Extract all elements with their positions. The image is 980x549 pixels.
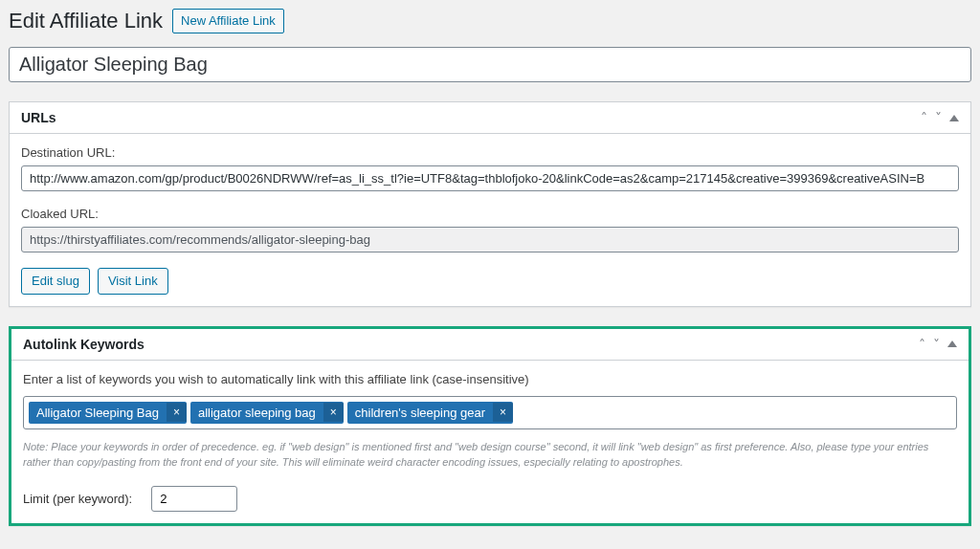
- urls-panel: URLs ˄ ˅ Destination URL: Cloaked URL: E…: [9, 101, 971, 307]
- keyword-tag: children's sleeping gear×: [347, 402, 513, 424]
- move-down-icon[interactable]: ˅: [933, 338, 940, 351]
- limit-per-keyword-input[interactable]: [151, 486, 237, 512]
- keyword-tag-label: alligator sleeping bag: [190, 402, 323, 424]
- keyword-tag: alligator sleeping bag×: [190, 402, 344, 424]
- toggle-panel-icon[interactable]: [947, 340, 957, 347]
- remove-tag-icon[interactable]: ×: [323, 403, 344, 422]
- visit-link-button[interactable]: Visit Link: [98, 268, 168, 295]
- autolink-instruction: Enter a list of keywords you wish to aut…: [23, 372, 957, 386]
- toggle-panel-icon[interactable]: [949, 115, 959, 121]
- keyword-tag-label: children's sleeping gear: [347, 402, 493, 424]
- remove-tag-icon[interactable]: ×: [167, 403, 187, 422]
- limit-label: Limit (per keyword):: [23, 492, 132, 506]
- new-affiliate-link-button[interactable]: New Affiliate Link: [172, 9, 284, 33]
- autolink-note: Note: Place your keywords in order of pr…: [23, 439, 957, 471]
- move-up-icon[interactable]: ˄: [919, 338, 925, 351]
- autolink-heading: Autolink Keywords: [23, 337, 145, 352]
- destination-url-label: Destination URL:: [21, 145, 959, 160]
- destination-url-input[interactable]: [21, 165, 959, 191]
- keyword-tag-input[interactable]: Alligator Sleeping Bag×alligator sleepin…: [23, 396, 957, 429]
- cloaked-url-input[interactable]: [21, 227, 959, 253]
- edit-slug-button[interactable]: Edit slug: [21, 268, 90, 295]
- move-down-icon[interactable]: ˅: [935, 111, 942, 124]
- remove-tag-icon[interactable]: ×: [493, 403, 513, 422]
- autolink-keywords-panel: Autolink Keywords ˄ ˅ Enter a list of ke…: [9, 326, 971, 526]
- urls-heading: URLs: [21, 110, 56, 125]
- move-up-icon[interactable]: ˄: [921, 111, 927, 124]
- keyword-tag: Alligator Sleeping Bag×: [29, 402, 187, 424]
- affiliate-title-input[interactable]: [9, 47, 971, 82]
- page-title: Edit Affiliate Link: [9, 9, 163, 33]
- keyword-tag-label: Alligator Sleeping Bag: [29, 402, 167, 424]
- cloaked-url-label: Cloaked URL:: [21, 207, 959, 221]
